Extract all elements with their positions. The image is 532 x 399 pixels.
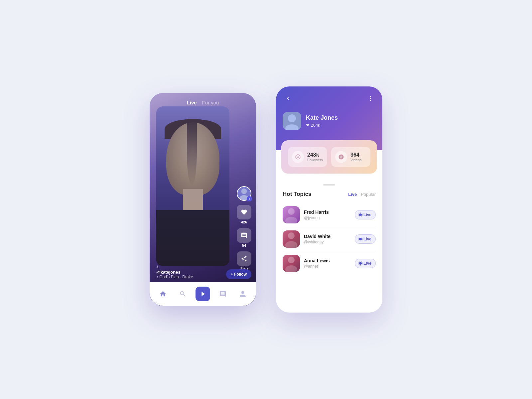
svg-point-0 — [241, 189, 247, 194]
drag-handle — [323, 184, 335, 186]
portrait-image — [156, 106, 229, 266]
live-badge-text-2: Live — [363, 261, 371, 266]
profile-likes: ❤ 264k — [306, 123, 338, 128]
live-dot-0 — [359, 213, 362, 216]
stats-card: 248k Followers 364 Videos — [281, 140, 377, 174]
nav-play[interactable] — [196, 287, 210, 301]
bottom-nav — [150, 282, 256, 306]
live-badge-text-0: Live — [363, 212, 371, 217]
live-header: Live For you — [150, 100, 256, 105]
person-thumb-2 — [283, 255, 300, 272]
song-name: ♪ God's Plan - Drake — [156, 275, 226, 279]
search-icon — [179, 290, 187, 298]
hot-topics-title: Hot Topics — [283, 191, 312, 198]
right-actions: + 426 54 Share — [237, 186, 251, 270]
profile-name: Kate Jones — [306, 114, 338, 121]
topic-item-1[interactable]: David White @whiteday Live — [283, 227, 376, 251]
profile-avatar — [283, 112, 301, 130]
nav-chat[interactable] — [215, 287, 230, 301]
share-icon — [241, 255, 247, 262]
followers-icon — [292, 151, 304, 163]
topic-handle-1: @whiteday — [304, 240, 351, 244]
topic-item-2[interactable]: Anna Lewis @annet Live — [283, 251, 376, 275]
phone-right: ⋮ Kate Jones ❤ 264k — [276, 86, 382, 313]
heart-icon — [241, 209, 247, 215]
live-badge-2[interactable]: Live — [355, 259, 376, 268]
more-button[interactable]: ⋮ — [365, 93, 376, 104]
play-circle-icon — [338, 154, 344, 160]
header-nav: ⋮ — [283, 93, 376, 104]
followers-label: Followers — [307, 158, 323, 162]
videos-label: Videos — [350, 158, 361, 162]
nav-home[interactable] — [156, 287, 170, 301]
home-icon — [159, 290, 167, 298]
live-badge-text-1: Live — [363, 237, 371, 241]
tab-for-you[interactable]: For you — [202, 100, 219, 105]
live-badge-1[interactable]: Live — [355, 234, 376, 244]
topic-name-1: David White — [304, 234, 351, 239]
profile-icon — [239, 290, 246, 298]
smiley-icon — [295, 154, 301, 160]
topic-item-0[interactable]: Fred Harris @jyoung Live — [283, 203, 376, 227]
tab-live[interactable]: Live — [187, 100, 197, 105]
chat-icon — [219, 290, 226, 298]
svg-point-9 — [288, 257, 295, 263]
followers-count: 248k — [307, 152, 323, 158]
live-dot-1 — [359, 238, 362, 240]
phone-left: Live For you + 426 — [150, 93, 256, 306]
follow-button[interactable]: + Follow — [226, 269, 251, 279]
share-button[interactable] — [237, 251, 251, 266]
svg-point-8 — [285, 241, 297, 248]
live-badge-0[interactable]: Live — [355, 210, 376, 219]
topic-thumb-0 — [283, 206, 300, 223]
back-icon — [285, 95, 291, 102]
bottom-info: ♪ @katejones ♪ God's Plan - Drake — [156, 264, 226, 279]
profile-avatar-icon — [283, 112, 301, 130]
person-thumb-1 — [283, 230, 300, 248]
tab-popular-topics[interactable]: Popular — [361, 192, 376, 197]
person-thumb-0 — [283, 206, 300, 223]
svg-point-7 — [288, 232, 295, 239]
followers-stat: 248k Followers — [288, 147, 327, 167]
topic-name-2: Anna Lewis — [304, 258, 351, 263]
comment-icon — [241, 232, 247, 239]
follow-avatar-container: + — [237, 186, 251, 201]
topic-handle-2: @annet — [304, 264, 351, 269]
videos-icon — [335, 151, 347, 163]
music-note: ♪ — [156, 264, 226, 269]
topic-handle-0: @jyoung — [304, 215, 351, 220]
back-button[interactable] — [283, 93, 293, 104]
svg-point-3 — [288, 114, 296, 122]
username[interactable]: @katejones — [156, 270, 226, 275]
tab-live-topics[interactable]: Live — [348, 192, 357, 197]
videos-count: 364 — [350, 152, 361, 158]
app-container: Live For you + 426 — [136, 73, 396, 326]
profile-info: Kate Jones ❤ 264k — [283, 112, 376, 130]
svg-point-5 — [288, 208, 295, 215]
videos-stat: 364 Videos — [331, 147, 370, 167]
topic-thumb-2 — [283, 255, 300, 272]
nav-profile[interactable] — [235, 287, 250, 301]
comment-button[interactable] — [237, 228, 251, 243]
comment-count: 54 — [242, 243, 246, 247]
topic-name-0: Fred Harris — [304, 209, 351, 215]
svg-point-10 — [285, 265, 297, 272]
hot-topics-header: Hot Topics Live Popular — [283, 191, 376, 198]
live-dot-2 — [359, 262, 362, 265]
topic-tabs: Live Popular — [348, 192, 376, 197]
like-button[interactable] — [237, 205, 251, 219]
nav-search[interactable] — [176, 287, 190, 301]
content-area: Hot Topics Live Popular F — [276, 178, 382, 304]
play-icon — [199, 290, 206, 298]
topic-thumb-1 — [283, 230, 300, 248]
svg-point-6 — [285, 217, 297, 223]
add-icon[interactable]: + — [247, 196, 252, 201]
like-count: 426 — [241, 220, 247, 224]
